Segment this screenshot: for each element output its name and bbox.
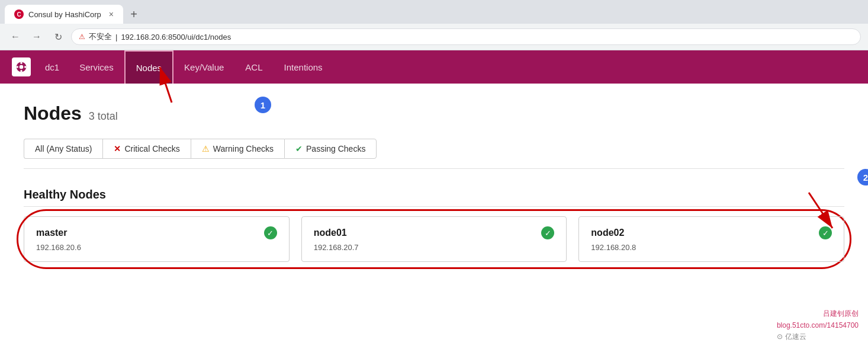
node-card-master[interactable]: master ✓ 192.168.20.6 bbox=[24, 216, 290, 262]
url-separator: | bbox=[115, 33, 117, 41]
node-name-node01: node01 bbox=[314, 228, 347, 238]
node-card-header-node01: node01 ✓ bbox=[314, 226, 555, 239]
tab-close-button[interactable]: × bbox=[109, 9, 114, 19]
logo-icon bbox=[12, 57, 31, 76]
filter-warning-button[interactable]: ⚠ Warning Checks bbox=[191, 139, 284, 159]
filter-bar: All (Any Status) ✕ Critical Checks ⚠ War… bbox=[24, 139, 844, 169]
node-name-node02: node02 bbox=[591, 228, 624, 238]
node-card-header-node02: node02 ✓ bbox=[591, 226, 832, 239]
warning-icon: ⚠ bbox=[202, 144, 210, 153]
app-navbar: dc1 Services Nodes Key/Value ACL Intenti… bbox=[0, 50, 868, 84]
browser-chrome: C Consul by HashiCorp × + ← → ↻ ⚠ 不安全 | … bbox=[0, 0, 868, 50]
svg-point-2 bbox=[20, 62, 22, 64]
page-count: 3 total bbox=[89, 110, 118, 123]
healthy-nodes-section: Healthy Nodes master ✓ 192.168.20.6 node… bbox=[24, 188, 844, 262]
svg-point-5 bbox=[24, 66, 26, 68]
refresh-button[interactable]: ↻ bbox=[50, 28, 66, 45]
svg-point-3 bbox=[20, 70, 22, 72]
new-tab-button[interactable]: + bbox=[126, 6, 142, 23]
critical-icon: ✕ bbox=[114, 144, 121, 153]
url-field[interactable]: ⚠ 不安全 | 192.168.20.6:8500/ui/dc1/nodes bbox=[71, 28, 861, 45]
passing-check-icon-master: ✓ bbox=[264, 226, 277, 239]
nav-label-acl: ACL bbox=[245, 62, 262, 72]
tab-title: Consul by HashiCorp bbox=[28, 10, 101, 19]
dc-label: dc1 bbox=[45, 62, 59, 72]
node-card-node02[interactable]: node02 ✓ 192.168.20.8 bbox=[578, 216, 844, 262]
nav-label-services: Services bbox=[79, 62, 114, 72]
annotation-1: 1 bbox=[255, 97, 271, 113]
filter-critical-label: Critical Checks bbox=[124, 144, 179, 153]
consul-logo-svg bbox=[15, 61, 27, 73]
nav-item-services[interactable]: Services bbox=[69, 50, 124, 84]
consul-logo bbox=[12, 57, 31, 76]
nav-label-nodes: Nodes bbox=[136, 63, 162, 73]
node-ip-master: 192.168.20.6 bbox=[36, 243, 277, 252]
filter-passing-button[interactable]: ✔ Passing Checks bbox=[284, 139, 377, 159]
svg-point-4 bbox=[17, 66, 18, 68]
back-button[interactable]: ← bbox=[7, 28, 24, 45]
nav-item-intentions[interactable]: Intentions bbox=[274, 50, 333, 84]
tab-favicon: C bbox=[14, 9, 24, 19]
nodes-container-wrapper: master ✓ 192.168.20.6 node01 ✓ 192.168.2… bbox=[24, 216, 844, 262]
page-heading: Nodes 3 total 1 bbox=[24, 103, 844, 124]
filter-critical-button[interactable]: ✕ Critical Checks bbox=[102, 139, 190, 159]
nav-item-nodes[interactable]: Nodes bbox=[124, 50, 173, 84]
security-icon: ⚠ bbox=[79, 33, 85, 41]
annotation-2: 2 bbox=[857, 169, 868, 185]
passing-check-icon-node02: ✓ bbox=[819, 226, 832, 239]
filter-all-label: All (Any Status) bbox=[35, 144, 92, 153]
svg-point-1 bbox=[20, 65, 24, 69]
nav-label-keyvalue: Key/Value bbox=[184, 62, 224, 72]
nav-label-intentions: Intentions bbox=[284, 62, 323, 72]
node-card-header-master: master ✓ bbox=[36, 226, 277, 239]
active-tab[interactable]: C Consul by HashiCorp × bbox=[5, 5, 123, 24]
forward-button[interactable]: → bbox=[28, 28, 45, 45]
main-content: Nodes 3 total 1 All (Any Status) ✕ Criti… bbox=[0, 84, 868, 281]
url-text: 192.168.20.6:8500/ui/dc1/nodes bbox=[121, 33, 231, 41]
node-ip-node02: 192.168.20.8 bbox=[591, 243, 832, 252]
nav-item-acl[interactable]: ACL bbox=[234, 50, 273, 84]
tab-bar: C Consul by HashiCorp × + bbox=[0, 0, 868, 24]
filter-warning-label: Warning Checks bbox=[213, 144, 274, 153]
check-icon: ✔ bbox=[295, 144, 303, 153]
security-label: 不安全 bbox=[89, 31, 112, 42]
nav-item-keyvalue[interactable]: Key/Value bbox=[173, 50, 234, 84]
node-card-node01[interactable]: node01 ✓ 192.168.20.7 bbox=[301, 216, 567, 262]
filter-all-button[interactable]: All (Any Status) bbox=[24, 139, 102, 159]
filter-passing-label: Passing Checks bbox=[306, 144, 365, 153]
nodes-grid: master ✓ 192.168.20.6 node01 ✓ 192.168.2… bbox=[24, 216, 844, 262]
section-title: Healthy Nodes bbox=[24, 188, 844, 207]
node-name-master: master bbox=[36, 228, 67, 238]
nav-items: Services Nodes Key/Value ACL Intentions bbox=[69, 50, 333, 84]
address-bar: ← → ↻ ⚠ 不安全 | 192.168.20.6:8500/ui/dc1/n… bbox=[0, 24, 868, 50]
page-title: Nodes bbox=[24, 103, 82, 124]
passing-check-icon-node01: ✓ bbox=[541, 226, 554, 239]
node-ip-node01: 192.168.20.7 bbox=[314, 243, 555, 252]
